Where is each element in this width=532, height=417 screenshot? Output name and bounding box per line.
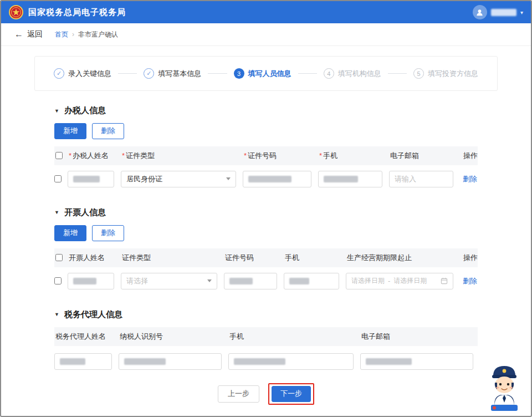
collapse-triangle-icon[interactable]: ▼ [54,312,59,317]
main-content: ✓ 录入关键信息 ✓ 填写基本信息 3 填写人员信息 4 填写机构信息 5 填写… [1,46,531,413]
redacted-value [73,176,100,182]
chevron-down-icon [226,177,231,180]
step-check-icon: ✓ [54,68,64,79]
select-placeholder: 请选择 [126,276,148,286]
col-name: 开票人姓名 [68,253,121,263]
calendar-icon [441,277,448,284]
select-all-checkbox[interactable] [55,254,63,261]
app-title: 国家税务总局电子税务局 [28,7,126,18]
col-id-type: 证件类型 [121,253,224,263]
tax-handler-phone-input[interactable] [318,171,382,187]
tax-handler-toolbar: 新增 删除 [54,123,478,139]
select-all-checkbox[interactable] [55,152,63,159]
col-id-type: *证件类型 [121,151,243,161]
back-arrow-icon: ← [14,29,23,39]
step-connector [388,73,407,74]
step-number-badge: 5 [413,68,424,79]
tax-handler-id-type-select[interactable]: 居民身份证 [121,171,236,187]
step-check-icon: ✓ [144,68,154,79]
step-connector [208,73,227,74]
col-operation: 操作 [460,253,480,263]
step-label: 填写机构信息 [338,69,381,79]
agent-name-input[interactable] [54,353,112,370]
prev-step-button[interactable]: 上一步 [218,385,259,403]
app-window: 国家税务总局电子税务局 ▾ ← 返回 首页 › 非市蓝户确认 [0,0,532,417]
section-title: ▼ 税务代理人信息 [54,309,478,320]
col-email: 电子邮箱 [360,332,480,342]
tax-mascot-image [487,362,522,413]
col-operation: 操作 [460,151,480,161]
back-label: 返回 [27,29,43,39]
red-highlight-annotation: 下一步 [268,383,314,405]
date-end-placeholder: 请选择日期 [393,276,427,286]
invoicer-row: 请选择 请选择日期 - 请选择日期 [54,267,478,295]
invoicer-title: 开票人信息 [64,207,106,218]
date-range-separator: - [388,277,390,285]
step-connector [118,73,137,74]
nav-bar: ← 返回 首页 › 非市蓝户确认 [1,23,531,46]
agent-email-input[interactable] [360,353,473,370]
agent-phone-input[interactable] [228,353,354,370]
step-connector [298,73,317,74]
row-checkbox[interactable] [54,277,62,284]
redacted-value [248,176,291,182]
step-3-personnel-info: 3 填写人员信息 [234,68,291,79]
tax-agent-row [54,353,478,370]
redacted-value [60,358,85,365]
redacted-value [73,278,96,284]
collapse-triangle-icon[interactable]: ▼ [54,108,59,114]
invoicer-id-type-select[interactable]: 请选择 [121,273,217,289]
step-2-basic-info: ✓ 填写基本信息 [144,68,201,79]
back-button[interactable]: ← 返回 [14,29,43,39]
tax-agent-section: ▼ 税务代理人信息 税务代理人姓名 纳税人识别号 手机 电子邮箱 [34,309,498,370]
chevron-down-icon: ▾ [520,9,523,16]
delete-button[interactable]: 删除 [92,123,124,139]
redacted-value [324,176,358,182]
selected-value: 居民身份证 [126,174,162,184]
next-step-button[interactable]: 下一步 [272,386,311,402]
step-label: 填写投资方信息 [428,69,478,79]
col-email: 电子邮箱 [389,151,460,161]
redacted-value [124,358,166,365]
tax-handler-row: 居民身份证 删除 [54,165,478,193]
section-title: ▼ 办税人信息 [54,105,478,116]
step-number-badge: 3 [234,68,244,79]
invoicer-section: ▼ 开票人信息 新增 删除 开票人姓名 证件类型 证件号码 手机 生产经营期期限… [34,207,498,295]
tax-handler-name-input[interactable] [68,171,114,187]
col-phone: 手机 [228,332,360,342]
col-phone: 手机 [284,253,346,263]
tax-agent-table-header: 税务代理人姓名 纳税人识别号 手机 电子邮箱 [54,327,478,346]
tax-handler-email-input[interactable] [389,171,453,187]
add-button[interactable]: 新增 [54,123,86,139]
add-button[interactable]: 新增 [54,225,86,241]
invoicer-id-number-input[interactable] [224,273,277,289]
agent-taxpayer-id-input[interactable] [119,353,222,370]
invoicer-phone-input[interactable] [284,273,339,289]
app-header: 国家税务总局电子税务局 ▾ [1,1,531,23]
footer-actions: 上一步 下一步 [34,383,498,413]
avatar[interactable] [473,5,487,19]
invoicer-name-input[interactable] [68,273,114,289]
col-business-period: 生产经营期期限起止 [346,253,460,263]
invoicer-table-header: 开票人姓名 证件类型 证件号码 手机 生产经营期期限起止 操作 [54,248,478,267]
collapse-triangle-icon[interactable]: ▼ [54,210,59,215]
required-mark: * [69,151,71,160]
step-label: 填写基本信息 [158,69,201,79]
breadcrumb-home-link[interactable]: 首页 [55,30,68,39]
tax-handler-id-number-input[interactable] [243,171,311,187]
row-delete-link[interactable]: 删除 [463,175,477,183]
row-delete-link[interactable]: 删除 [463,277,477,285]
user-menu[interactable]: ▾ [473,5,523,19]
step-label: 录入关键信息 [68,69,111,79]
business-period-range-picker[interactable]: 请选择日期 - 请选择日期 [346,273,453,289]
stepper: ✓ 录入关键信息 ✓ 填写基本信息 3 填写人员信息 4 填写机构信息 5 填写… [34,56,498,91]
delete-button[interactable]: 删除 [92,225,124,241]
redacted-value [229,278,253,284]
redacted-value [366,358,412,365]
col-id-number: *证件号码 [243,151,318,161]
row-checkbox[interactable] [54,175,62,182]
col-phone: *手机 [318,151,389,161]
tax-handler-title: 办税人信息 [64,105,106,116]
step-1-enter-key-info: ✓ 录入关键信息 [54,68,111,79]
chevron-down-icon [207,279,212,282]
